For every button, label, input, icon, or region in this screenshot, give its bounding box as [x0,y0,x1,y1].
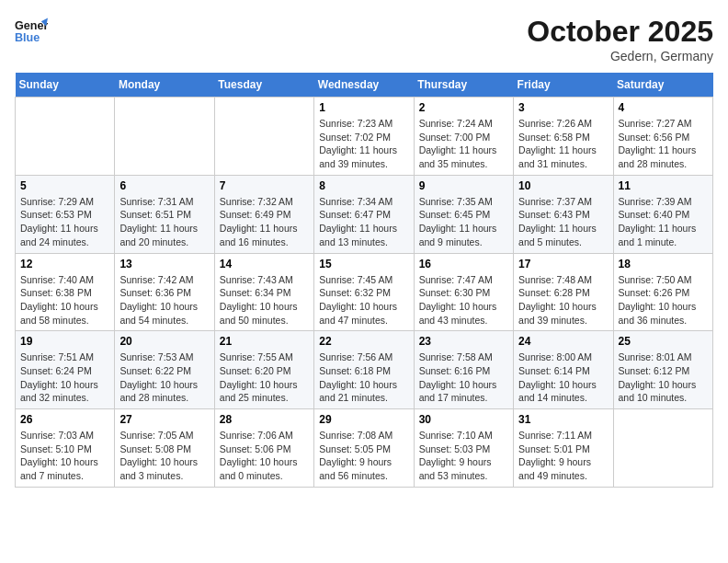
calendar-cell: 21Sunrise: 7:55 AM Sunset: 6:20 PM Dayli… [214,331,313,409]
calendar-cell: 11Sunrise: 7:39 AM Sunset: 6:40 PM Dayli… [613,175,712,253]
day-info: Sunrise: 7:40 AM Sunset: 6:38 PM Dayligh… [20,273,109,327]
day-info: Sunrise: 7:53 AM Sunset: 6:22 PM Dayligh… [119,350,209,405]
day-info: Sunrise: 8:01 AM Sunset: 6:12 PM Dayligh… [619,350,708,405]
day-number: 16 [419,258,508,270]
calendar-cell: 19Sunrise: 7:51 AM Sunset: 6:24 PM Dayli… [16,331,115,409]
day-number: 24 [518,335,608,348]
day-info: Sunrise: 7:50 AM Sunset: 6:26 PM Dayligh… [619,273,708,327]
day-info: Sunrise: 7:10 AM Sunset: 5:03 PM Dayligh… [419,429,508,483]
day-info: Sunrise: 7:08 AM Sunset: 5:05 PM Dayligh… [319,429,408,483]
calendar-table: SundayMondayTuesdayWednesdayThursdayFrid… [15,73,713,488]
calendar-cell: 15Sunrise: 7:45 AM Sunset: 6:32 PM Dayli… [314,253,414,331]
calendar-cell [115,98,214,176]
day-info: Sunrise: 7:32 AM Sunset: 6:49 PM Dayligh… [220,195,309,249]
calendar-cell: 5Sunrise: 7:29 AM Sunset: 6:53 PM Daylig… [16,175,115,253]
calendar-cell: 28Sunrise: 7:06 AM Sunset: 5:06 PM Dayli… [214,409,313,488]
day-info: Sunrise: 7:06 AM Sunset: 5:06 PM Dayligh… [220,429,309,483]
calendar-cell: 18Sunrise: 7:50 AM Sunset: 6:26 PM Dayli… [613,253,712,331]
weekday-header-wednesday: Wednesday [314,73,414,98]
day-number: 21 [220,335,309,348]
calendar-cell: 25Sunrise: 8:01 AM Sunset: 6:12 PM Dayli… [613,331,712,409]
day-info: Sunrise: 7:27 AM Sunset: 6:56 PM Dayligh… [619,117,708,171]
day-number: 6 [119,179,209,192]
day-number: 12 [20,258,109,270]
calendar-cell: 29Sunrise: 7:08 AM Sunset: 5:05 PM Dayli… [314,409,414,488]
day-number: 28 [220,413,309,426]
page-header: General Blue October 2025 Gedern, German… [15,15,713,63]
calendar-cell: 31Sunrise: 7:11 AM Sunset: 5:01 PM Dayli… [514,409,613,488]
calendar-cell: 24Sunrise: 8:00 AM Sunset: 6:14 PM Dayli… [514,331,613,409]
day-info: Sunrise: 7:42 AM Sunset: 6:36 PM Dayligh… [119,273,209,327]
calendar-cell: 20Sunrise: 7:53 AM Sunset: 6:22 PM Dayli… [115,331,214,409]
logo: General Blue [15,15,51,48]
weekday-header-tuesday: Tuesday [214,73,313,98]
svg-text:Blue: Blue [15,31,40,44]
day-number: 17 [518,258,608,270]
calendar-cell: 14Sunrise: 7:43 AM Sunset: 6:34 PM Dayli… [214,253,313,331]
day-number: 13 [119,258,209,270]
day-number: 1 [319,101,408,114]
day-info: Sunrise: 7:55 AM Sunset: 6:20 PM Dayligh… [220,350,309,405]
day-number: 8 [319,179,408,192]
calendar-cell: 6Sunrise: 7:31 AM Sunset: 6:51 PM Daylig… [115,175,214,253]
month-title: October 2025 [527,15,713,49]
day-info: Sunrise: 7:47 AM Sunset: 6:30 PM Dayligh… [419,273,508,327]
calendar-cell: 1Sunrise: 7:23 AM Sunset: 7:02 PM Daylig… [314,98,414,176]
calendar-cell: 13Sunrise: 7:42 AM Sunset: 6:36 PM Dayli… [115,253,214,331]
day-number: 4 [619,101,708,114]
calendar-body: 1Sunrise: 7:23 AM Sunset: 7:02 PM Daylig… [16,98,713,488]
weekday-header-thursday: Thursday [414,73,513,98]
day-info: Sunrise: 7:23 AM Sunset: 7:02 PM Dayligh… [319,117,408,171]
day-number: 20 [119,335,209,348]
day-info: Sunrise: 7:58 AM Sunset: 6:16 PM Dayligh… [419,350,508,405]
day-info: Sunrise: 7:24 AM Sunset: 7:00 PM Dayligh… [419,117,508,171]
day-number: 14 [220,258,309,270]
weekday-header-friday: Friday [514,73,613,98]
title-block: October 2025 Gedern, Germany [527,15,713,63]
calendar-cell: 27Sunrise: 7:05 AM Sunset: 5:08 PM Dayli… [115,409,214,488]
day-number: 15 [319,258,408,270]
day-number: 31 [518,413,608,426]
calendar-cell: 26Sunrise: 7:03 AM Sunset: 5:10 PM Dayli… [16,409,115,488]
day-info: Sunrise: 7:03 AM Sunset: 5:10 PM Dayligh… [20,429,109,483]
day-info: Sunrise: 7:11 AM Sunset: 5:01 PM Dayligh… [518,429,608,483]
weekday-header-monday: Monday [115,73,214,98]
day-info: Sunrise: 7:29 AM Sunset: 6:53 PM Dayligh… [20,195,109,249]
day-number: 7 [220,179,309,192]
day-info: Sunrise: 7:56 AM Sunset: 6:18 PM Dayligh… [319,350,408,405]
day-info: Sunrise: 7:31 AM Sunset: 6:51 PM Dayligh… [119,195,209,249]
calendar-cell: 9Sunrise: 7:35 AM Sunset: 6:45 PM Daylig… [414,175,513,253]
day-number: 22 [319,335,408,348]
calendar-cell: 23Sunrise: 7:58 AM Sunset: 6:16 PM Dayli… [414,331,513,409]
calendar-cell: 17Sunrise: 7:48 AM Sunset: 6:28 PM Dayli… [514,253,613,331]
calendar-week-1: 1Sunrise: 7:23 AM Sunset: 7:02 PM Daylig… [16,98,713,176]
day-number: 10 [518,179,608,192]
day-info: Sunrise: 7:51 AM Sunset: 6:24 PM Dayligh… [20,350,109,405]
calendar-cell [613,409,712,488]
day-number: 3 [518,101,608,114]
day-number: 23 [419,335,508,348]
calendar-cell: 12Sunrise: 7:40 AM Sunset: 6:38 PM Dayli… [16,253,115,331]
day-info: Sunrise: 7:39 AM Sunset: 6:40 PM Dayligh… [619,195,708,249]
day-info: Sunrise: 7:48 AM Sunset: 6:28 PM Dayligh… [518,273,608,327]
day-number: 30 [419,413,508,426]
day-number: 27 [119,413,209,426]
calendar-week-2: 5Sunrise: 7:29 AM Sunset: 6:53 PM Daylig… [16,175,713,253]
day-number: 29 [319,413,408,426]
calendar-cell: 16Sunrise: 7:47 AM Sunset: 6:30 PM Dayli… [414,253,513,331]
location: Gedern, Germany [527,49,713,63]
day-info: Sunrise: 7:45 AM Sunset: 6:32 PM Dayligh… [319,273,408,327]
day-info: Sunrise: 7:34 AM Sunset: 6:47 PM Dayligh… [319,195,408,249]
calendar-cell: 7Sunrise: 7:32 AM Sunset: 6:49 PM Daylig… [214,175,313,253]
day-info: Sunrise: 7:35 AM Sunset: 6:45 PM Dayligh… [419,195,508,249]
day-number: 2 [419,101,508,114]
calendar-week-5: 26Sunrise: 7:03 AM Sunset: 5:10 PM Dayli… [16,409,713,488]
day-number: 5 [20,179,109,192]
calendar-cell [214,98,313,176]
day-info: Sunrise: 7:05 AM Sunset: 5:08 PM Dayligh… [119,429,209,483]
calendar-cell: 4Sunrise: 7:27 AM Sunset: 6:56 PM Daylig… [613,98,712,176]
calendar-week-4: 19Sunrise: 7:51 AM Sunset: 6:24 PM Dayli… [16,331,713,409]
day-number: 19 [20,335,109,348]
calendar-cell: 8Sunrise: 7:34 AM Sunset: 6:47 PM Daylig… [314,175,414,253]
day-info: Sunrise: 7:43 AM Sunset: 6:34 PM Dayligh… [220,273,309,327]
